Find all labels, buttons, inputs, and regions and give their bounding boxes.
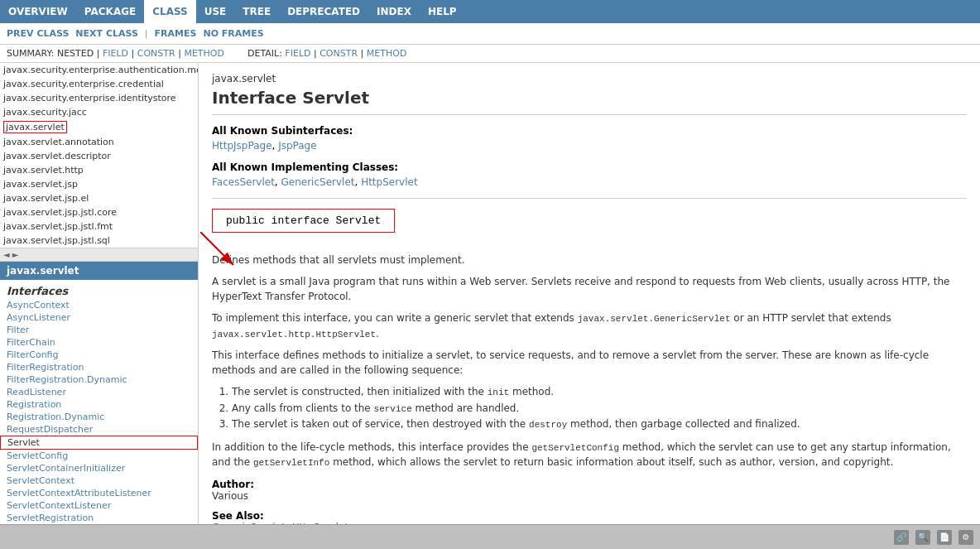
http-servlet-code: javax.servlet.http.HttpServlet xyxy=(212,330,376,340)
interface-link[interactable]: Filter xyxy=(7,325,29,335)
frames-link[interactable]: FRAMES xyxy=(155,28,197,39)
current-package-header: javax.servlet xyxy=(0,262,198,280)
list-item: The servlet is taken out of service, the… xyxy=(232,417,967,433)
pkg-link[interactable]: javax.servlet.descriptor xyxy=(3,151,111,161)
list-item: javax.servlet.jsp.jstl.sql xyxy=(0,234,198,248)
sidebar-scrollbar-area: ◄ ► xyxy=(0,248,198,262)
list-item: javax.servlet.descriptor xyxy=(0,149,198,163)
interface-link[interactable]: Registration xyxy=(7,399,61,410)
subinterface-httpjsppage[interactable]: HttpJspPage xyxy=(212,140,272,152)
pkg-link[interactable]: javax.servlet.annotation xyxy=(3,137,114,147)
pkg-link[interactable]: javax.servlet.jsp.el xyxy=(3,193,89,204)
interface-link[interactable]: FilterRegistration.Dynamic xyxy=(7,374,127,385)
subinterface-jsppage[interactable]: JspPage xyxy=(278,140,316,152)
top-navigation: OVERVIEW PACKAGE CLASS USE TREE DEPRECAT… xyxy=(0,0,980,23)
description-2: A servlet is a small Java program that r… xyxy=(212,274,967,304)
author-label: Author: xyxy=(212,479,967,490)
class-httpservlet[interactable]: HttpServlet xyxy=(361,176,418,188)
summary-method-link[interactable]: METHOD xyxy=(184,48,224,59)
pkg-link[interactable]: javax.security.enterprise.credential xyxy=(3,79,164,89)
nav-separator: | xyxy=(145,28,148,39)
list-item: javax.security.enterprise.authentication… xyxy=(0,63,198,77)
pkg-link[interactable]: javax.security.jacc xyxy=(3,107,87,118)
list-item: javax.servlet.http xyxy=(0,163,198,177)
list-item: javax.servlet.jsp.jstl.fmt xyxy=(0,219,198,234)
package-label: javax.servlet xyxy=(212,73,967,84)
class-facesservlet[interactable]: FacesServlet xyxy=(212,176,275,188)
nav-index[interactable]: INDEX xyxy=(368,0,420,23)
nav-deprecated[interactable]: DEPRECATED xyxy=(279,0,368,23)
taskbar: 🔗 🔍 📄 ⚙ xyxy=(0,524,980,549)
nav-use[interactable]: USE xyxy=(196,0,235,23)
class-genericservlet[interactable]: GenericServlet xyxy=(281,176,354,188)
subinterfaces-links: HttpJspPage, JspPage xyxy=(212,140,967,152)
pkg-link[interactable]: javax.servlet.jsp xyxy=(3,179,78,190)
pkg-link[interactable]: javax.security.enterprise.identitystore xyxy=(3,93,176,104)
prev-class-link[interactable]: PREV CLASS xyxy=(7,28,69,39)
interface-link[interactable]: ReadListener xyxy=(7,387,66,397)
interface-link[interactable]: ServletConfig xyxy=(7,450,68,461)
nav-class[interactable]: CLASS xyxy=(144,0,196,23)
summary-field-link[interactable]: FIELD xyxy=(103,48,128,59)
detail-method-link[interactable]: METHOD xyxy=(367,48,407,59)
list-item: Registration.Dynamic xyxy=(0,411,198,423)
description-5: In addition to the life-cycle methods, t… xyxy=(212,440,967,470)
code-block-container: public interface Servlet xyxy=(212,209,967,243)
interfaces-section-header: Interfaces xyxy=(0,280,198,299)
list-item: Filter xyxy=(0,324,198,336)
implementing-links: FacesServlet, GenericServlet, HttpServle… xyxy=(212,176,967,188)
implementing-label: All Known Implementing Classes: xyxy=(212,161,967,173)
list-item: AsyncContext xyxy=(0,299,198,311)
summary-constr-link[interactable]: CONSTR xyxy=(137,48,175,59)
pkg-link[interactable]: javax.security.enterprise.authentication… xyxy=(3,65,199,75)
interface-link[interactable]: FilterRegistration xyxy=(7,362,84,373)
see-also-genericservlet[interactable]: GenericServlet xyxy=(212,522,286,524)
interface-link[interactable]: ServletContext xyxy=(7,475,74,486)
interface-link[interactable]: ServletContextAttributeListener xyxy=(7,488,151,498)
list-item: javax.servlet.annotation xyxy=(0,135,198,149)
list-item: javax.servlet xyxy=(0,119,198,135)
interface-link[interactable]: RequestDispatcher xyxy=(7,424,93,435)
nav-package[interactable]: PACKAGE xyxy=(76,0,144,23)
pkg-link[interactable]: javax.servlet.jsp.jstl.sql xyxy=(3,235,110,246)
code-signature: public interface Servlet xyxy=(212,209,395,233)
detail-constr-link[interactable]: CONSTR xyxy=(319,48,358,59)
pkg-link[interactable]: javax.servlet.jsp.jstl.fmt xyxy=(3,221,113,232)
interface-link[interactable]: FilterChain xyxy=(7,337,55,348)
nav-tree[interactable]: TREE xyxy=(234,0,279,23)
interface-link[interactable]: ServletContainerInitializer xyxy=(7,463,125,474)
pkg-link-highlighted[interactable]: javax.servlet xyxy=(3,121,67,133)
taskbar-icon-1: 🔗 xyxy=(894,530,909,545)
init-code: init xyxy=(488,388,509,397)
detail-field-link[interactable]: FIELD xyxy=(285,48,310,59)
pkg-link[interactable]: javax.servlet.jsp.jstl.core xyxy=(3,207,117,218)
list-item: FilterRegistration xyxy=(0,361,198,373)
list-item: ServletContainerInitializer xyxy=(0,462,198,474)
list-item: ServletContextAttributeListener xyxy=(0,487,198,499)
list-item: RequestDispatcher xyxy=(0,423,198,436)
next-class-link[interactable]: NEXT CLASS xyxy=(75,28,137,39)
scrollbar-indicator: ◄ ► xyxy=(3,250,19,259)
description-1: Defines methods that all servlets must i… xyxy=(212,253,967,267)
see-also-httpservlet[interactable]: HttpServlet xyxy=(292,522,349,524)
list-item: FilterConfig xyxy=(0,349,198,361)
interface-link[interactable]: Registration.Dynamic xyxy=(7,412,104,422)
interface-link[interactable]: ServletContextListener xyxy=(7,500,111,511)
interface-link[interactable]: AsyncContext xyxy=(7,300,70,311)
interface-link[interactable]: AsyncListener xyxy=(7,312,70,323)
description-4: This interface defines methods to initia… xyxy=(212,348,967,378)
nav-help[interactable]: HELP xyxy=(420,0,465,23)
nav-overview[interactable]: OVERVIEW xyxy=(0,0,76,23)
section-divider xyxy=(212,198,967,199)
service-code: service xyxy=(374,404,412,414)
pkg-link[interactable]: javax.servlet.http xyxy=(3,165,84,176)
see-also-label: See Also: xyxy=(212,510,967,522)
list-item: javax.security.jacc xyxy=(0,105,198,119)
taskbar-icon-3: 📄 xyxy=(937,530,952,545)
subinterfaces-label: All Known Subinterfaces: xyxy=(212,125,967,137)
list-item: Any calls from clients to the service me… xyxy=(232,401,967,417)
interface-link[interactable]: ServletRegistration xyxy=(7,513,94,523)
no-frames-link[interactable]: NO FRAMES xyxy=(203,28,263,39)
interface-link[interactable]: FilterConfig xyxy=(7,349,59,360)
interface-link-active[interactable]: Servlet xyxy=(7,437,40,448)
